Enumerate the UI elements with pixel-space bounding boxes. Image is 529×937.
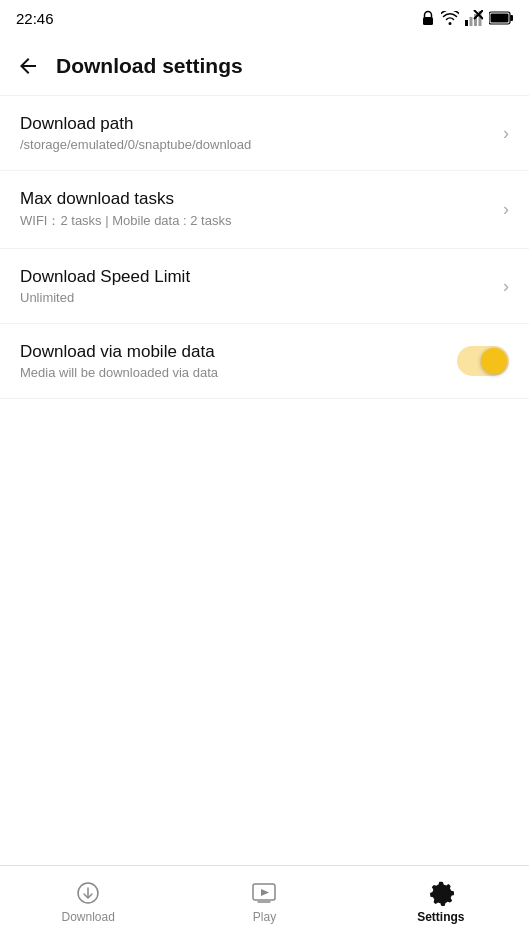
nav-item-play[interactable]: Play xyxy=(176,872,352,932)
settings-item-subtitle: WIFI：2 tasks | Mobile data : 2 tasks xyxy=(20,212,493,230)
nav-icon-download xyxy=(75,880,101,906)
status-time: 22:46 xyxy=(16,10,54,27)
svg-rect-9 xyxy=(491,14,509,23)
settings-item-max-tasks[interactable]: Max download tasks WIFI：2 tasks | Mobile… xyxy=(0,171,529,249)
toggle-wrapper xyxy=(457,346,509,376)
settings-item-download-path[interactable]: Download path /storage/emulated/0/snaptu… xyxy=(0,96,529,171)
nav-label-settings: Settings xyxy=(417,910,464,924)
nav-item-settings[interactable]: Settings xyxy=(353,872,529,932)
svg-rect-0 xyxy=(423,17,433,25)
settings-item-subtitle: /storage/emulated/0/snaptube/download xyxy=(20,137,493,152)
wifi-icon xyxy=(441,11,459,25)
nav-label-play: Play xyxy=(253,910,276,924)
settings-list: Download path /storage/emulated/0/snaptu… xyxy=(0,96,529,865)
play-nav-icon xyxy=(251,880,277,906)
nav-label-download: Download xyxy=(61,910,114,924)
signal-icon xyxy=(465,10,483,26)
settings-item-content: Max download tasks WIFI：2 tasks | Mobile… xyxy=(20,189,493,230)
svg-rect-1 xyxy=(465,20,468,26)
settings-item-title: Max download tasks xyxy=(20,189,493,209)
nav-icon-play xyxy=(251,880,277,906)
chevron-right-icon: › xyxy=(503,276,509,297)
settings-item-mobile-data[interactable]: Download via mobile data Media will be d… xyxy=(0,324,529,399)
nav-icon-settings xyxy=(428,880,454,906)
mobile-data-toggle[interactable] xyxy=(457,346,509,376)
settings-item-title: Download path xyxy=(20,114,493,134)
settings-item-subtitle: Unlimited xyxy=(20,290,493,305)
chevron-right-icon: › xyxy=(503,199,509,220)
status-icons xyxy=(421,10,513,26)
settings-item-subtitle: Media will be downloaded via data xyxy=(20,365,447,380)
back-arrow-icon xyxy=(16,54,40,78)
svg-rect-2 xyxy=(470,17,473,26)
settings-item-content: Download Speed Limit Unlimited xyxy=(20,267,493,305)
header: Download settings xyxy=(0,36,529,96)
battery-icon xyxy=(489,11,513,25)
chevron-right-icon: › xyxy=(503,123,509,144)
svg-marker-13 xyxy=(261,889,269,896)
svg-rect-8 xyxy=(510,15,513,21)
settings-item-speed-limit[interactable]: Download Speed Limit Unlimited › xyxy=(0,249,529,324)
settings-item-title: Download Speed Limit xyxy=(20,267,493,287)
settings-item-content: Download path /storage/emulated/0/snaptu… xyxy=(20,114,493,152)
lock-icon xyxy=(421,10,435,26)
nav-item-download[interactable]: Download xyxy=(0,872,176,932)
bottom-nav: Download Play Settings xyxy=(0,865,529,937)
settings-item-content: Download via mobile data Media will be d… xyxy=(20,342,447,380)
back-button[interactable] xyxy=(16,54,40,78)
settings-item-title: Download via mobile data xyxy=(20,342,447,362)
status-bar: 22:46 xyxy=(0,0,529,36)
download-nav-icon xyxy=(75,880,101,906)
toggle-thumb xyxy=(481,348,507,374)
settings-nav-icon xyxy=(428,879,454,907)
header-title: Download settings xyxy=(56,54,243,78)
